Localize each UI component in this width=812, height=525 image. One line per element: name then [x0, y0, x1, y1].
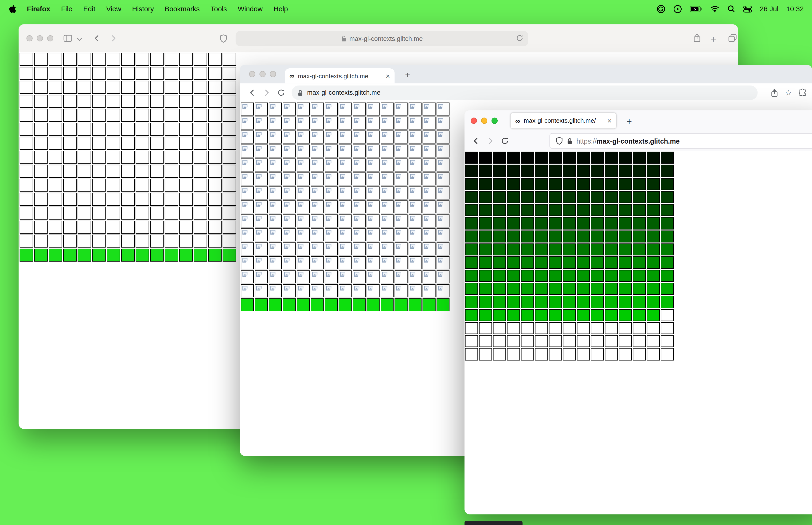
webgl-context-cell	[121, 193, 135, 206]
webgl-context-cell	[311, 103, 323, 115]
webgl-context-cell	[208, 235, 221, 247]
safari-toolbar[interactable]: max-gl-contexts.glitch.me +	[18, 25, 738, 52]
forward-button[interactable]	[259, 86, 274, 100]
app-menu-firefox[interactable]: Firefox	[27, 5, 50, 13]
sidebar-toggle-icon[interactable]	[63, 34, 73, 42]
webgl-context-cell	[208, 53, 221, 66]
close-window-button[interactable]	[249, 71, 255, 77]
webgl-context-cell	[194, 81, 207, 94]
webgl-context-cell	[647, 204, 660, 216]
new-tab-button[interactable]: +	[623, 115, 636, 128]
close-window-button[interactable]	[471, 118, 477, 124]
share-icon[interactable]	[770, 88, 778, 97]
broken-image-icon	[382, 104, 387, 109]
back-button[interactable]	[469, 134, 483, 148]
webgl-context-cell	[381, 228, 394, 241]
chevron-down-icon[interactable]	[77, 38, 82, 42]
minimize-window-button[interactable]	[481, 118, 487, 124]
menu-bookmarks[interactable]: Bookmarks	[165, 5, 200, 13]
forward-button[interactable]	[109, 34, 118, 43]
webgl-context-cell	[92, 221, 106, 234]
battery-icon[interactable]	[690, 5, 703, 12]
webgl-context-cell	[269, 270, 282, 283]
search-icon[interactable]	[727, 5, 735, 13]
new-tab-button[interactable]: +	[710, 34, 716, 45]
minimize-window-button[interactable]	[37, 35, 43, 41]
address-bar[interactable]: https://max-gl-contexts.glitch.me	[550, 133, 812, 149]
menu-view[interactable]: View	[106, 5, 121, 13]
broken-image-icon	[312, 216, 318, 221]
menu-help[interactable]: Help	[274, 5, 288, 13]
broken-image-icon	[271, 118, 276, 123]
tab-close-icon[interactable]: ×	[607, 117, 612, 125]
webgl-context-cell	[521, 165, 534, 177]
webgl-context-cell	[423, 200, 435, 213]
grammarly-icon[interactable]	[657, 4, 665, 13]
webgl-context-cell	[20, 53, 33, 66]
zoom-window-button[interactable]	[270, 71, 276, 77]
broken-image-icon	[312, 188, 318, 193]
menu-edit[interactable]: Edit	[83, 5, 95, 13]
menu-history[interactable]: History	[132, 5, 154, 13]
menu-file[interactable]: File	[61, 5, 72, 13]
back-button[interactable]	[245, 86, 260, 100]
reload-icon[interactable]	[516, 34, 523, 44]
webgl-context-cell	[563, 217, 576, 229]
broken-image-icon	[368, 118, 373, 123]
share-icon[interactable]	[693, 33, 701, 43]
webgl-context-cell	[521, 243, 534, 255]
close-window-button[interactable]	[26, 35, 32, 41]
webgl-context-cell	[436, 214, 449, 227]
apple-logo-icon[interactable]	[8, 4, 16, 14]
webgl-context-cell	[507, 178, 520, 190]
tabs-overview-icon[interactable]	[728, 34, 737, 42]
back-button[interactable]	[92, 34, 102, 43]
webgl-context-cell	[493, 270, 506, 282]
address-bar[interactable]: max-gl-contexts.glitch.me	[236, 31, 528, 46]
reload-button[interactable]	[274, 86, 289, 100]
menubar-time[interactable]: 10:32	[786, 5, 803, 13]
webgl-context-cell	[78, 81, 91, 94]
privacy-shield-icon[interactable]	[220, 34, 227, 43]
webgl-context-cell	[150, 221, 164, 234]
webgl-context-cell	[282, 284, 295, 297]
menu-window[interactable]: Window	[238, 5, 263, 13]
zoom-window-button[interactable]	[47, 35, 53, 41]
broken-image-icon	[438, 132, 443, 137]
browser-tab[interactable]: ∞ max-gl-contexts.glitch.me ×	[285, 69, 395, 84]
broken-image-icon	[243, 146, 248, 151]
webgl-context-cell	[325, 214, 338, 227]
lock-icon[interactable]	[567, 137, 572, 144]
tracking-shield-icon[interactable]	[556, 137, 563, 145]
wifi-icon[interactable]	[710, 5, 719, 12]
minimize-window-button[interactable]	[259, 71, 265, 77]
broken-image-icon	[396, 258, 401, 263]
webgl-context-cell	[255, 172, 267, 185]
webgl-context-cell	[591, 217, 604, 229]
webgl-context-cell	[255, 242, 267, 255]
forward-button[interactable]	[483, 134, 497, 148]
firefox-tab-bar[interactable]: ∞ max-gl-contexts.glitch.me/ × +	[464, 110, 812, 131]
webgl-context-cell	[436, 270, 449, 283]
chrome-tab-strip[interactable]: ∞ max-gl-contexts.glitch.me × +	[240, 65, 812, 84]
webgl-context-cell	[63, 179, 77, 192]
extensions-puzzle-icon[interactable]	[799, 89, 807, 97]
webgl-context-cell	[493, 348, 506, 360]
browser-tab[interactable]: ∞ max-gl-contexts.glitch.me/ ×	[510, 113, 616, 128]
webgl-context-cell	[179, 123, 193, 136]
menubar-date[interactable]: 26 Jul	[760, 5, 778, 13]
webgl-context-cell	[107, 165, 120, 178]
menu-tools[interactable]: Tools	[211, 5, 227, 13]
control-center-icon[interactable]	[743, 4, 752, 13]
broken-image-icon	[354, 202, 359, 207]
bookmark-star-icon[interactable]: ☆	[785, 88, 792, 97]
reload-button[interactable]	[497, 134, 512, 148]
address-bar[interactable]: max-gl-contexts.glitch.me	[292, 86, 758, 100]
playback-icon[interactable]	[673, 4, 682, 13]
new-tab-button[interactable]: +	[401, 69, 414, 81]
tab-close-icon[interactable]: ×	[386, 72, 390, 80]
webgl-context-cell	[150, 179, 164, 192]
zoom-window-button[interactable]	[491, 118, 497, 124]
webgl-context-cell	[493, 257, 506, 269]
broken-image-icon	[424, 174, 429, 179]
